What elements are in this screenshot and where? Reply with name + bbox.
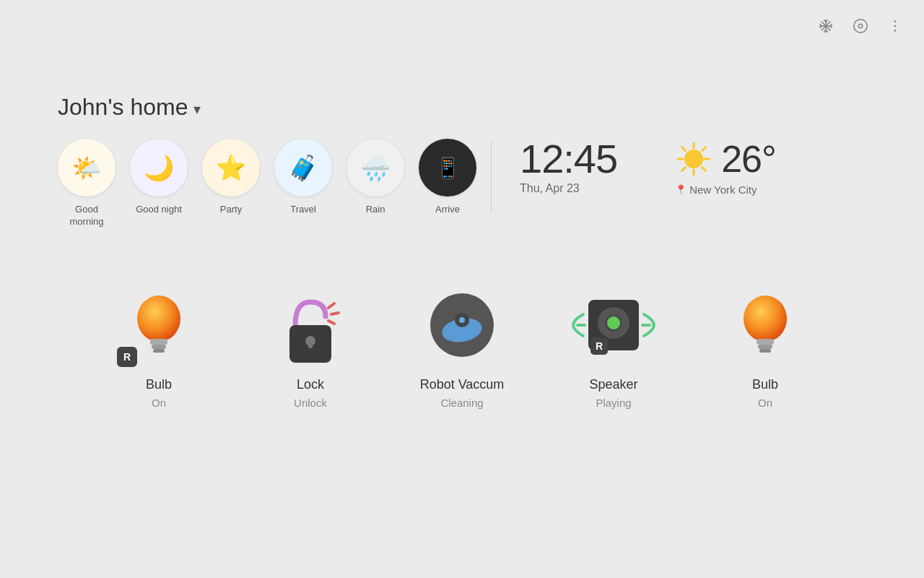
clock-weather-section: 12:45 Thu, Apr 23 26° 📍 New York City — [520, 137, 776, 196]
svg-point-14 — [894, 20, 897, 22]
svg-point-12 — [854, 20, 867, 33]
vacuum-svg — [422, 285, 502, 365]
weather-section: 26° 📍 New York City — [675, 137, 776, 196]
svg-rect-47 — [757, 339, 774, 345]
svg-point-13 — [858, 24, 863, 28]
speaker-icon-wrap: R — [570, 282, 657, 368]
home-name-label: John's home — [58, 94, 188, 121]
speaker-svg: R — [570, 285, 657, 365]
device-status-vacuum: Cleaning — [440, 397, 483, 409]
svg-rect-29 — [153, 349, 165, 353]
home-title[interactable]: John's home ▾ — [58, 94, 201, 121]
svg-text:R: R — [596, 340, 603, 352]
city-name: New York City — [689, 184, 757, 196]
scene-label-travel: Travel — [290, 204, 316, 216]
scene-label-good-night: Good night — [136, 204, 182, 216]
svg-line-25 — [682, 168, 686, 171]
device-name-lock: Lock — [297, 377, 324, 392]
svg-rect-27 — [150, 339, 167, 345]
svg-point-15 — [894, 25, 897, 27]
snowflake-icon[interactable] — [814, 14, 837, 38]
device-status-lock: Unlock — [294, 397, 327, 409]
vacuum-icon-wrap — [419, 282, 505, 368]
device-name-bulb2: Bulb — [752, 377, 778, 392]
bulb-2-icon-wrap — [722, 282, 808, 368]
scene-label-good-morning: Goodmorning — [70, 204, 104, 228]
scene-label-party: Party — [220, 204, 242, 216]
bulb-1-icon-wrap: R — [116, 282, 202, 368]
clock-time: 12:45 — [520, 139, 617, 179]
svg-rect-48 — [758, 345, 772, 349]
weather-top: 26° — [675, 137, 776, 181]
svg-rect-49 — [759, 349, 771, 353]
device-speaker[interactable]: R Speaker Playing — [567, 282, 661, 409]
weather-city: 📍 New York City — [675, 184, 757, 196]
svg-rect-35 — [308, 341, 313, 348]
device-robot-vacuum[interactable]: Robot Vaccum Cleaning — [415, 282, 509, 409]
svg-line-24 — [702, 147, 706, 151]
clock-section: 12:45 Thu, Apr 23 — [520, 139, 617, 195]
scene-good-morning[interactable]: 🌤️ Goodmorning — [58, 139, 116, 228]
svg-line-23 — [702, 168, 706, 171]
chevron-down-icon: ▾ — [193, 100, 201, 118]
svg-point-43 — [607, 316, 620, 329]
scenes-row: 🌤️ Goodmorning 🌙 Good night ⭐ Party 🧳 Tr… — [58, 139, 476, 228]
svg-rect-28 — [152, 345, 166, 349]
scene-rain[interactable]: 🌧️ Rain — [346, 139, 404, 216]
device-status-bulb1: On — [152, 397, 166, 409]
clock-date: Thu, Apr 23 — [520, 182, 580, 195]
svg-point-39 — [459, 317, 465, 323]
device-bulb-2[interactable]: Bulb On — [718, 282, 812, 409]
device-name-speaker: Speaker — [589, 377, 637, 392]
svg-point-46 — [744, 296, 787, 342]
device-lock[interactable]: Lock Unlock — [263, 282, 357, 409]
device-bulb-1[interactable]: R Bulb On — [112, 282, 206, 409]
weather-temp: 26° — [721, 137, 776, 181]
scene-travel[interactable]: 🧳 Travel — [274, 139, 332, 216]
device-status-speaker: Playing — [596, 397, 631, 409]
svg-line-30 — [328, 303, 334, 308]
sun-icon — [675, 140, 712, 178]
svg-point-26 — [137, 296, 180, 342]
scene-good-night[interactable]: 🌙 Good night — [130, 139, 188, 216]
scene-party[interactable]: ⭐ Party — [202, 139, 260, 216]
scene-label-rain: Rain — [366, 204, 385, 216]
devices-row: R Bulb On Lock Unlock — [0, 282, 924, 409]
location-pin-icon: 📍 — [675, 184, 687, 195]
device-name-bulb1: Bulb — [146, 377, 172, 392]
top-bar — [814, 14, 907, 38]
music-icon[interactable] — [849, 14, 872, 38]
scene-label-arrive: Arrive — [435, 204, 460, 216]
more-icon[interactable] — [884, 14, 907, 38]
device-status-bulb2: On — [758, 397, 772, 409]
svg-line-32 — [328, 321, 334, 324]
lock-icon-wrap — [267, 282, 354, 368]
scene-arrive[interactable]: 📱 Arrive — [419, 139, 476, 216]
divider — [491, 141, 492, 213]
svg-point-17 — [684, 150, 703, 168]
lock-svg — [271, 282, 350, 368]
svg-line-31 — [331, 313, 339, 314]
r-badge-bulb1: R — [117, 347, 137, 367]
device-name-vacuum: Robot Vaccum — [420, 377, 505, 392]
svg-point-16 — [894, 30, 897, 32]
svg-line-22 — [682, 147, 686, 151]
bulb-2-svg — [729, 285, 801, 365]
